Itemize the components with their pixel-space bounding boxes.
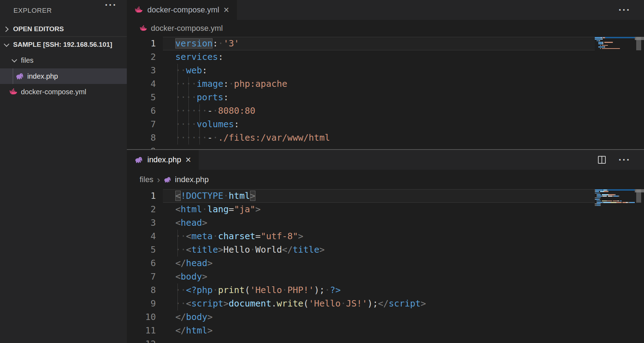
code-line[interactable]: services: [163, 50, 635, 64]
code-token: > [223, 298, 228, 309]
code-token: = [229, 204, 234, 214]
code-line[interactable] [163, 145, 635, 149]
code-token: > [207, 325, 213, 336]
more-actions-button[interactable]: ··· [618, 156, 631, 163]
tab-docker-compose-yml[interactable]: docker-compose.yml × [127, 0, 237, 20]
code-token: </ [175, 258, 186, 268]
docker-icon [140, 24, 147, 32]
code-line[interactable]: <html·lang="ja"> [163, 203, 635, 216]
tree-item-index-php[interactable]: index.php [0, 68, 127, 84]
indent-guide [188, 77, 189, 145]
minimap[interactable] [595, 189, 635, 343]
explorer-more-actions-button[interactable]: ··· [105, 1, 117, 9]
code-token: ·· [175, 298, 186, 309]
code-token: > [202, 218, 207, 228]
code-line[interactable]: <head> [163, 216, 635, 230]
code-line[interactable]: </head> [163, 257, 635, 270]
code-token: > [218, 244, 223, 255]
vertical-scrollbar[interactable] [635, 189, 644, 343]
code-token: - [207, 106, 213, 116]
code-token: . [271, 298, 277, 309]
code-token: services [175, 52, 218, 62]
line-number: 9 [127, 145, 156, 149]
code-token: </ [175, 312, 186, 322]
code-token: > [319, 244, 324, 255]
code-line[interactable]: </body> [163, 310, 635, 324]
tab-bar: docker-compose.yml × ··· [127, 0, 644, 20]
minimap[interactable] [595, 37, 635, 149]
code-line[interactable]: <!DOCTYPE·html> [163, 189, 635, 203]
code-token: image [197, 79, 223, 89]
code-token: > [250, 191, 255, 201]
tab-index-php[interactable]: index.php × [127, 150, 199, 170]
file-name: docker-compose.yml [21, 88, 86, 96]
split-editor-icon[interactable] [598, 156, 606, 164]
code-line[interactable]: version:·'3' [163, 37, 635, 50]
line-number: 1 [127, 37, 156, 50]
code-line[interactable]: ··<meta·charset="utf-8"> [163, 230, 635, 243]
code-token: ···· [175, 119, 197, 129]
code-token: !DOCTYPE [181, 191, 223, 201]
code-token: ·· [175, 65, 186, 75]
code-token: · [341, 298, 346, 309]
indent-guide [177, 64, 178, 145]
explorer-header: EXPLORER ··· [0, 0, 127, 21]
breadcrumb-item[interactable]: docker-compose.yml [151, 24, 223, 33]
code-line[interactable]: ······-·8080:80 [163, 104, 635, 118]
code-token: PHP!' [287, 285, 314, 295]
code-token: ports [197, 92, 223, 102]
code-line[interactable]: ··<script>document.write('Hello·JS!');</… [163, 297, 635, 310]
breadcrumb-item[interactable]: files [140, 175, 153, 184]
folder-name: files [21, 56, 34, 64]
line-number-gutter: 123456789101112 [127, 189, 156, 343]
code-token: : [234, 119, 239, 129]
minimap-line [595, 206, 635, 208]
line-number: 3 [127, 216, 156, 230]
breadcrumb-item[interactable]: index.php [175, 175, 209, 184]
tree-item-files-folder[interactable]: files [0, 52, 127, 68]
code-token: < [186, 244, 191, 255]
code-line[interactable]: ··web: [163, 64, 635, 77]
more-actions-button[interactable]: ··· [618, 6, 631, 13]
tab-bar: index.php × ··· [127, 150, 644, 170]
code-token: ······ [175, 106, 207, 116]
open-editors-section-header[interactable]: OPEN EDITORS [0, 21, 127, 37]
code-line[interactable]: </html> [163, 324, 635, 337]
code-token: php:apache [234, 79, 288, 89]
code-token: "ja" [234, 204, 255, 214]
code-line[interactable]: ····volumes: [163, 118, 635, 131]
explorer-title: EXPLORER [13, 7, 52, 15]
code-lines: version:·'3'services:··web:····image:·ph… [163, 37, 635, 149]
code-token: < [175, 191, 181, 201]
scrollbar-handle[interactable] [636, 189, 641, 203]
code-line[interactable]: ····ports: [163, 91, 635, 104]
code-line[interactable]: <body> [163, 270, 635, 283]
line-number: 1 [127, 189, 156, 203]
code-line[interactable]: ··<?php·print('Hello·PHP!');·?> [163, 283, 635, 297]
line-number: 4 [127, 77, 156, 91]
editor-group-bottom: index.php × ··· files › index.php 123456… [127, 149, 644, 343]
code-line[interactable]: ··<title>Hello·World</title> [163, 243, 635, 257]
breadcrumb-separator: › [157, 176, 160, 183]
code-token: : [223, 79, 228, 89]
code-token: · [223, 191, 228, 201]
code-token: charset [218, 231, 255, 241]
scrollbar-handle[interactable] [636, 37, 641, 50]
code-line[interactable]: ······-·./files:/var/www/html [163, 131, 635, 145]
workspace-section-header[interactable]: SAMPLE [SSH: 192.168.56.101] [0, 37, 127, 52]
code-token: </ [175, 325, 186, 336]
line-number: 5 [127, 243, 156, 257]
line-number: 3 [127, 64, 156, 77]
vertical-scrollbar[interactable] [635, 37, 644, 149]
tree-item-docker-compose-yml[interactable]: docker-compose.yml [0, 84, 127, 100]
code-token: · [229, 79, 234, 89]
code-token: · [250, 244, 255, 255]
close-icon[interactable]: × [224, 6, 229, 14]
line-number: 6 [127, 104, 156, 118]
close-icon[interactable]: × [185, 156, 191, 164]
php-icon [16, 72, 24, 80]
vscode-window: EXPLORER ··· OPEN EDITORS SAMPLE [SSH: 1… [0, 0, 644, 343]
code-line[interactable] [163, 337, 635, 343]
tab-bar-actions: ··· [598, 150, 644, 170]
code-line[interactable]: ····image:·php:apache [163, 77, 635, 91]
